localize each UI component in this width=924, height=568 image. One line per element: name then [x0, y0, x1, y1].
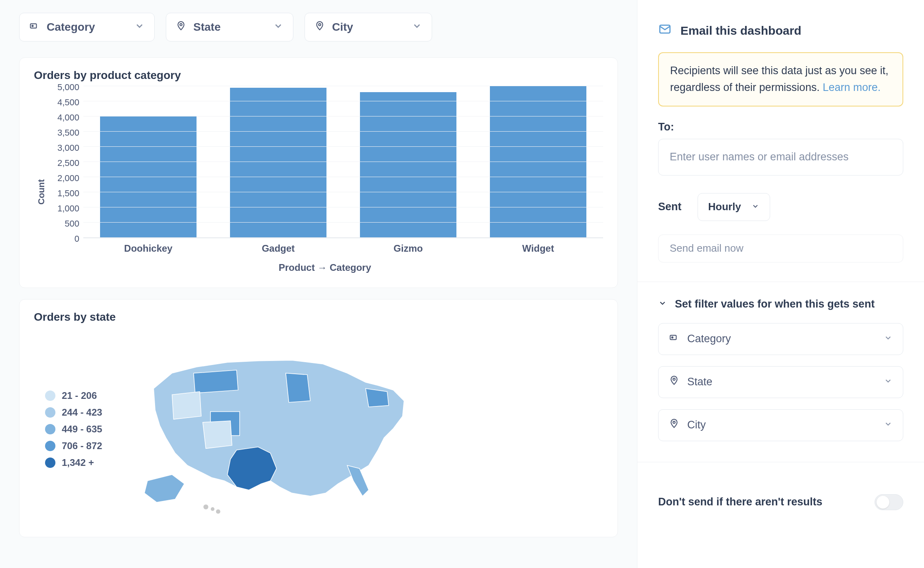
filter-state[interactable]: State [166, 13, 293, 41]
dont-send-label: Don't send if there aren't results [658, 496, 822, 508]
divider [637, 462, 924, 462]
map-legend: 21 - 206244 - 423449 - 635706 - 8721,342… [45, 390, 102, 468]
card-orders-by-state: Orders by state 21 - 206244 - 423449 - 6… [19, 299, 618, 537]
chart-ytick: 4,000 [57, 112, 79, 123]
frequency-value: Hourly [708, 201, 741, 213]
frequency-select[interactable]: Hourly [698, 193, 770, 221]
pin-icon [176, 21, 186, 34]
bar-chart: 05001,0001,5002,0002,5003,0003,5004,0004… [47, 87, 603, 238]
us-map [126, 336, 421, 523]
legend-item: 244 - 423 [45, 407, 102, 418]
pin-icon [315, 21, 325, 34]
svg-point-2 [180, 24, 182, 26]
chart-xlabel: Product → Category [47, 262, 603, 273]
chart-bar [490, 86, 586, 238]
sidebar-title-row: Email this dashboard [658, 22, 903, 39]
sent-label: Sent [658, 201, 682, 213]
legend-swatch [45, 407, 55, 418]
chart-ytick: 2,000 [57, 173, 79, 183]
chart-xtick: Doohickey [83, 243, 213, 254]
filter-label: Category [47, 21, 95, 34]
chart-bar [360, 92, 456, 238]
chart-ytick: 3,500 [57, 128, 79, 138]
chart-xtick: Gadget [213, 243, 343, 254]
learn-more-link[interactable]: Learn more. [823, 81, 881, 93]
legend-swatch [45, 458, 55, 468]
dont-send-toggle[interactable] [875, 494, 903, 510]
filter-category[interactable]: Category [19, 13, 155, 41]
svg-point-6 [211, 507, 214, 511]
side-filter-city[interactable]: City [658, 409, 903, 441]
legend-swatch [45, 424, 55, 434]
side-filter-label: City [687, 419, 706, 431]
chart-ylabel: Count [34, 87, 47, 273]
sidebar-title: Email this dashboard [680, 24, 801, 37]
chevron-down-icon [751, 201, 759, 213]
filter-city[interactable]: City [305, 13, 432, 41]
svg-point-1 [32, 25, 33, 26]
legend-label: 449 - 635 [62, 424, 102, 435]
legend-swatch [45, 390, 55, 401]
chevron-down-icon [412, 21, 422, 34]
to-label: To: [658, 121, 903, 133]
chart-ytick: 500 [65, 219, 79, 229]
svg-point-10 [672, 337, 673, 338]
send-email-now-button[interactable]: Send email now [658, 235, 903, 262]
dashboard-filter-row: Category State [19, 13, 618, 41]
legend-swatch [45, 441, 55, 451]
filter-label: State [193, 21, 220, 34]
card-title: Orders by state [34, 311, 603, 323]
chevron-down-icon [273, 21, 283, 34]
filter-label: City [332, 21, 353, 34]
legend-label: 21 - 206 [62, 390, 97, 401]
chevron-down-icon [658, 298, 667, 310]
svg-point-12 [673, 421, 675, 423]
chart-ytick: 1,500 [57, 188, 79, 199]
side-filter-state[interactable]: State [658, 366, 903, 398]
side-filter-category[interactable]: Category [658, 323, 903, 355]
chart-bar [100, 116, 196, 238]
filter-section-title: Set filter values for when this gets sen… [675, 298, 875, 310]
legend-item: 706 - 872 [45, 440, 102, 452]
legend-label: 1,342 + [62, 457, 94, 468]
legend-item: 449 - 635 [45, 424, 102, 435]
chart-ytick: 4,500 [57, 97, 79, 108]
permissions-notice: Recipients will see this data just as yo… [658, 52, 903, 106]
legend-label: 706 - 872 [62, 440, 102, 452]
svg-point-7 [216, 509, 220, 514]
card-orders-by-category: Orders by product category Count 05001,0… [19, 57, 618, 288]
chevron-down-icon [884, 376, 893, 388]
card-title: Orders by product category [34, 69, 603, 82]
side-filter-label: State [687, 376, 712, 388]
chevron-down-icon [134, 21, 145, 34]
recipients-input[interactable] [658, 139, 903, 176]
tag-icon [29, 21, 39, 34]
divider [637, 282, 924, 282]
svg-point-11 [673, 378, 675, 380]
filter-section-toggle[interactable]: Set filter values for when this gets sen… [658, 298, 903, 310]
chevron-down-icon [884, 419, 893, 431]
chart-ytick: 3,000 [57, 143, 79, 153]
side-filter-label: Category [687, 333, 731, 345]
chart-ytick: 2,500 [57, 158, 79, 168]
chart-ytick: 1,000 [57, 203, 79, 214]
pin-icon [669, 375, 679, 389]
legend-label: 244 - 423 [62, 407, 102, 418]
main-content: Category State [0, 0, 637, 568]
svg-point-3 [318, 24, 320, 26]
chart-ytick: 5,000 [57, 82, 79, 93]
chart-bar [230, 88, 326, 238]
tag-icon [669, 332, 679, 345]
svg-point-5 [204, 505, 208, 509]
mail-icon [658, 22, 672, 39]
legend-item: 1,342 + [45, 457, 102, 468]
chart-ytick: 0 [75, 234, 79, 244]
pin-icon [669, 418, 679, 432]
chart-xtick: Gizmo [343, 243, 473, 254]
legend-item: 21 - 206 [45, 390, 102, 401]
chevron-down-icon [884, 333, 893, 345]
email-sidebar: Email this dashboard Recipients will see… [637, 0, 924, 568]
chart-xtick: Widget [473, 243, 603, 254]
